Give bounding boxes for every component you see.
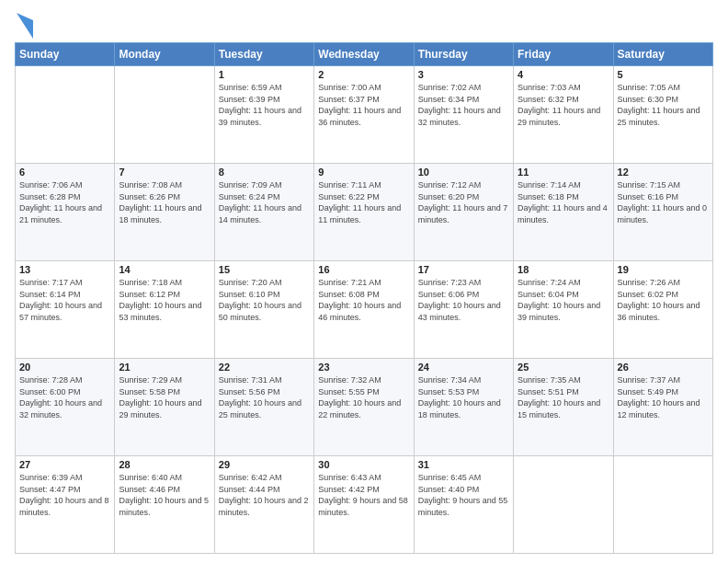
calendar-cell: 2Sunrise: 7:00 AM Sunset: 6:37 PM Daylig… bbox=[314, 66, 414, 164]
calendar-cell: 21Sunrise: 7:29 AM Sunset: 5:58 PM Dayli… bbox=[115, 359, 214, 456]
calendar-cell: 19Sunrise: 7:26 AM Sunset: 6:02 PM Dayli… bbox=[613, 261, 712, 359]
day-info: Sunrise: 7:20 AM Sunset: 6:10 PM Dayligh… bbox=[219, 277, 310, 323]
day-info: Sunrise: 7:28 AM Sunset: 6:00 PM Dayligh… bbox=[19, 374, 110, 420]
calendar-cell: 7Sunrise: 7:08 AM Sunset: 6:26 PM Daylig… bbox=[115, 164, 214, 261]
day-info: Sunrise: 7:35 AM Sunset: 5:51 PM Dayligh… bbox=[518, 374, 609, 420]
calendar-cell: 20Sunrise: 7:28 AM Sunset: 6:00 PM Dayli… bbox=[16, 359, 115, 456]
day-info: Sunrise: 7:09 AM Sunset: 6:24 PM Dayligh… bbox=[219, 179, 310, 225]
calendar-cell: 8Sunrise: 7:09 AM Sunset: 6:24 PM Daylig… bbox=[214, 164, 313, 261]
calendar-week-row: 13Sunrise: 7:17 AM Sunset: 6:14 PM Dayli… bbox=[16, 261, 713, 359]
day-info: Sunrise: 7:31 AM Sunset: 5:56 PM Dayligh… bbox=[219, 374, 310, 420]
day-info: Sunrise: 7:18 AM Sunset: 6:12 PM Dayligh… bbox=[119, 277, 210, 323]
calendar-cell: 17Sunrise: 7:23 AM Sunset: 6:06 PM Dayli… bbox=[414, 261, 513, 359]
day-number: 6 bbox=[19, 167, 110, 178]
day-number: 4 bbox=[518, 69, 609, 80]
header bbox=[15, 9, 713, 39]
day-info: Sunrise: 7:23 AM Sunset: 6:06 PM Dayligh… bbox=[418, 277, 509, 323]
calendar-cell: 1Sunrise: 6:59 AM Sunset: 6:39 PM Daylig… bbox=[214, 66, 313, 164]
calendar-day-header: Thursday bbox=[414, 43, 513, 66]
day-info: Sunrise: 6:40 AM Sunset: 4:46 PM Dayligh… bbox=[119, 472, 210, 518]
day-number: 9 bbox=[318, 167, 409, 178]
calendar-day-header: Saturday bbox=[613, 43, 712, 66]
page: SundayMondayTuesdayWednesdayThursdayFrid… bbox=[0, 0, 728, 563]
day-number: 18 bbox=[518, 264, 609, 275]
day-info: Sunrise: 7:00 AM Sunset: 6:37 PM Dayligh… bbox=[318, 82, 409, 128]
day-info: Sunrise: 7:06 AM Sunset: 6:28 PM Dayligh… bbox=[19, 179, 110, 225]
calendar-cell: 22Sunrise: 7:31 AM Sunset: 5:56 PM Dayli… bbox=[214, 359, 313, 456]
day-number: 15 bbox=[219, 264, 310, 275]
calendar-cell: 9Sunrise: 7:11 AM Sunset: 6:22 PM Daylig… bbox=[314, 164, 414, 261]
day-number: 10 bbox=[418, 167, 509, 178]
calendar-cell: 24Sunrise: 7:34 AM Sunset: 5:53 PM Dayli… bbox=[414, 359, 513, 456]
logo bbox=[15, 13, 33, 39]
calendar-cell: 13Sunrise: 7:17 AM Sunset: 6:14 PM Dayli… bbox=[16, 261, 115, 359]
day-number: 5 bbox=[618, 69, 709, 80]
day-info: Sunrise: 7:15 AM Sunset: 6:16 PM Dayligh… bbox=[618, 179, 709, 225]
day-info: Sunrise: 7:24 AM Sunset: 6:04 PM Dayligh… bbox=[518, 277, 609, 323]
day-number: 12 bbox=[618, 167, 709, 178]
day-number: 23 bbox=[318, 362, 409, 373]
day-info: Sunrise: 7:21 AM Sunset: 6:08 PM Dayligh… bbox=[318, 277, 409, 323]
day-number: 11 bbox=[518, 167, 609, 178]
calendar-cell: 25Sunrise: 7:35 AM Sunset: 5:51 PM Dayli… bbox=[514, 359, 613, 456]
day-number: 7 bbox=[119, 167, 210, 178]
calendar-cell: 14Sunrise: 7:18 AM Sunset: 6:12 PM Dayli… bbox=[115, 261, 214, 359]
day-number: 17 bbox=[418, 264, 509, 275]
day-info: Sunrise: 7:02 AM Sunset: 6:34 PM Dayligh… bbox=[418, 82, 509, 128]
calendar-cell: 18Sunrise: 7:24 AM Sunset: 6:04 PM Dayli… bbox=[514, 261, 613, 359]
calendar-day-header: Monday bbox=[115, 43, 214, 66]
calendar-cell: 11Sunrise: 7:14 AM Sunset: 6:18 PM Dayli… bbox=[514, 164, 613, 261]
calendar-cell: 16Sunrise: 7:21 AM Sunset: 6:08 PM Dayli… bbox=[314, 261, 414, 359]
calendar-week-row: 20Sunrise: 7:28 AM Sunset: 6:00 PM Dayli… bbox=[16, 359, 713, 456]
day-number: 20 bbox=[19, 362, 110, 373]
calendar-header-row: SundayMondayTuesdayWednesdayThursdayFrid… bbox=[16, 43, 713, 66]
calendar-table: SundayMondayTuesdayWednesdayThursdayFrid… bbox=[15, 42, 713, 554]
day-number: 22 bbox=[219, 362, 310, 373]
calendar-cell: 6Sunrise: 7:06 AM Sunset: 6:28 PM Daylig… bbox=[16, 164, 115, 261]
calendar-day-header: Wednesday bbox=[314, 43, 414, 66]
day-number: 27 bbox=[19, 459, 110, 470]
calendar-week-row: 1Sunrise: 6:59 AM Sunset: 6:39 PM Daylig… bbox=[16, 66, 713, 164]
calendar-cell: 5Sunrise: 7:05 AM Sunset: 6:30 PM Daylig… bbox=[613, 66, 712, 164]
calendar-week-row: 27Sunrise: 6:39 AM Sunset: 4:47 PM Dayli… bbox=[16, 456, 713, 554]
day-number: 13 bbox=[19, 264, 110, 275]
calendar-cell: 26Sunrise: 7:37 AM Sunset: 5:49 PM Dayli… bbox=[613, 359, 712, 456]
day-info: Sunrise: 7:14 AM Sunset: 6:18 PM Dayligh… bbox=[518, 179, 609, 225]
day-number: 3 bbox=[418, 69, 509, 80]
day-info: Sunrise: 6:45 AM Sunset: 4:40 PM Dayligh… bbox=[418, 472, 509, 518]
day-info: Sunrise: 6:43 AM Sunset: 4:42 PM Dayligh… bbox=[318, 472, 409, 518]
day-info: Sunrise: 7:11 AM Sunset: 6:22 PM Dayligh… bbox=[318, 179, 409, 225]
day-number: 30 bbox=[318, 459, 409, 470]
day-number: 28 bbox=[119, 459, 210, 470]
calendar-cell: 15Sunrise: 7:20 AM Sunset: 6:10 PM Dayli… bbox=[214, 261, 313, 359]
day-info: Sunrise: 7:05 AM Sunset: 6:30 PM Dayligh… bbox=[618, 82, 709, 128]
calendar-cell: 23Sunrise: 7:32 AM Sunset: 5:55 PM Dayli… bbox=[314, 359, 414, 456]
calendar-cell: 3Sunrise: 7:02 AM Sunset: 6:34 PM Daylig… bbox=[414, 66, 513, 164]
day-number: 19 bbox=[618, 264, 709, 275]
day-number: 25 bbox=[518, 362, 609, 373]
calendar-cell: 27Sunrise: 6:39 AM Sunset: 4:47 PM Dayli… bbox=[16, 456, 115, 554]
svg-marker-0 bbox=[17, 13, 33, 39]
day-info: Sunrise: 6:39 AM Sunset: 4:47 PM Dayligh… bbox=[19, 472, 110, 518]
calendar-cell: 10Sunrise: 7:12 AM Sunset: 6:20 PM Dayli… bbox=[414, 164, 513, 261]
day-info: Sunrise: 7:26 AM Sunset: 6:02 PM Dayligh… bbox=[618, 277, 709, 323]
calendar-day-header: Friday bbox=[514, 43, 613, 66]
calendar-cell: 29Sunrise: 6:42 AM Sunset: 4:44 PM Dayli… bbox=[214, 456, 313, 554]
calendar-cell: 30Sunrise: 6:43 AM Sunset: 4:42 PM Dayli… bbox=[314, 456, 414, 554]
day-info: Sunrise: 7:03 AM Sunset: 6:32 PM Dayligh… bbox=[518, 82, 609, 128]
day-info: Sunrise: 7:12 AM Sunset: 6:20 PM Dayligh… bbox=[418, 179, 509, 225]
day-number: 16 bbox=[318, 264, 409, 275]
calendar-day-header: Sunday bbox=[16, 43, 115, 66]
calendar-cell: 4Sunrise: 7:03 AM Sunset: 6:32 PM Daylig… bbox=[514, 66, 613, 164]
logo-icon bbox=[17, 13, 33, 39]
calendar-cell bbox=[613, 456, 712, 554]
calendar-week-row: 6Sunrise: 7:06 AM Sunset: 6:28 PM Daylig… bbox=[16, 164, 713, 261]
day-number: 31 bbox=[418, 459, 509, 470]
day-info: Sunrise: 7:37 AM Sunset: 5:49 PM Dayligh… bbox=[618, 374, 709, 420]
calendar-cell: 28Sunrise: 6:40 AM Sunset: 4:46 PM Dayli… bbox=[115, 456, 214, 554]
day-info: Sunrise: 7:08 AM Sunset: 6:26 PM Dayligh… bbox=[119, 179, 210, 225]
day-number: 1 bbox=[219, 69, 310, 80]
day-number: 29 bbox=[219, 459, 310, 470]
day-number: 26 bbox=[618, 362, 709, 373]
day-number: 2 bbox=[318, 69, 409, 80]
